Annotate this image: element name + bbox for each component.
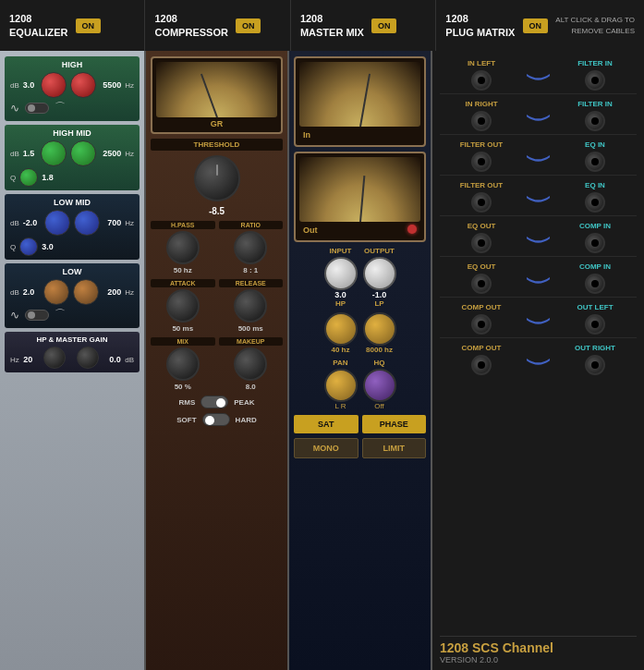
eq-lowmid-db-knob[interactable] bbox=[44, 210, 70, 236]
eq-lowmid-q-knob[interactable] bbox=[19, 238, 38, 256]
hard-label: HARD bbox=[236, 416, 257, 424]
matrix-row-1: IN RIGHT FILTER IN bbox=[440, 97, 637, 135]
socket-filter-out-0[interactable] bbox=[471, 152, 492, 172]
jack-comp-out-0: COMP OUT bbox=[440, 303, 523, 335]
socket-eq-in-0[interactable] bbox=[585, 152, 605, 172]
main-row: HIGH dB 3.0 5500 Hz ∿ ⌒ bbox=[0, 51, 644, 670]
header-row: 1208 EQUALIZER ON 1208 COMPRESSOR ON 120… bbox=[0, 0, 644, 51]
socket-filter-in-0[interactable] bbox=[585, 70, 605, 91]
makeup-knob[interactable] bbox=[234, 347, 267, 381]
socket-filter-out-1[interactable] bbox=[471, 192, 492, 213]
hp-freq-knob[interactable] bbox=[324, 312, 358, 346]
cable-4 bbox=[527, 229, 550, 246]
eq-high-label: HIGH bbox=[10, 60, 134, 69]
limit-button[interactable]: LIMIT bbox=[362, 438, 427, 458]
eq-high-freq-knob[interactable] bbox=[70, 72, 96, 98]
cable-5 bbox=[527, 270, 550, 286]
socket-comp-in-1[interactable] bbox=[585, 274, 605, 294]
matrix-on-button[interactable]: ON bbox=[523, 18, 549, 33]
socket-out-left[interactable] bbox=[585, 314, 605, 335]
output-value: -1.0 bbox=[363, 290, 396, 299]
eq-highmid-q-knob[interactable] bbox=[19, 168, 38, 187]
eq-lowmid-q: 3.0 bbox=[42, 242, 54, 251]
header-eq: 1208 EQUALIZER ON bbox=[0, 0, 145, 51]
eq-low-freq-knob[interactable] bbox=[73, 279, 99, 305]
header-matrix: 1208 PLUG MATRIX ON ALT CLICK & DRAG TOR… bbox=[436, 0, 644, 51]
hq-knob[interactable] bbox=[363, 369, 396, 402]
socket-comp-in-0[interactable] bbox=[585, 233, 605, 253]
jack-filter-in-1: FILTER IN bbox=[553, 100, 637, 131]
eq-title: 1208 EQUALIZER bbox=[9, 12, 68, 39]
input-control: INPUT 3.0 HP bbox=[324, 247, 358, 308]
jack-out-left: OUT LEFT bbox=[553, 303, 637, 335]
lp-freq-knob[interactable] bbox=[363, 312, 396, 346]
hp-freq-knob[interactable] bbox=[43, 347, 66, 369]
eq-on-button[interactable]: ON bbox=[76, 18, 102, 33]
rms-label: RMS bbox=[178, 398, 195, 407]
hp-freq-control: 40 hz bbox=[324, 312, 358, 354]
low-curve-shelf-icon: ⌒ bbox=[55, 307, 66, 323]
master-gain-knob[interactable] bbox=[77, 347, 99, 369]
eq-low-shelf-toggle[interactable] bbox=[25, 310, 49, 321]
input-knob[interactable] bbox=[324, 257, 358, 290]
rms-peak-toggle[interactable] bbox=[200, 396, 228, 408]
eq-low-label: LOW bbox=[10, 267, 134, 276]
release-knob[interactable] bbox=[234, 289, 267, 323]
socket-comp-out-0[interactable] bbox=[471, 314, 492, 335]
header-mix: 1208 MASTER MIX ON bbox=[291, 0, 436, 51]
matrix-row-7: COMP OUT OUT RIGHT bbox=[440, 341, 637, 378]
eq-highmid-q: 1.8 bbox=[42, 173, 54, 182]
sat-button[interactable]: SAT bbox=[294, 415, 358, 433]
eq-highmid-freq-knob[interactable] bbox=[70, 140, 96, 166]
matrix-panel: IN LEFT FILTER IN IN RIGHT bbox=[432, 51, 644, 670]
socket-in-right[interactable] bbox=[471, 111, 492, 131]
eq-lowmid-freq-knob[interactable] bbox=[74, 210, 100, 236]
attack-knob[interactable] bbox=[166, 289, 200, 323]
input-label: INPUT bbox=[324, 247, 358, 255]
socket-eq-out-1[interactable] bbox=[471, 274, 492, 294]
comp-on-button[interactable]: ON bbox=[236, 18, 261, 33]
hp-master-band: HP & MASTER GAIN Hz 20 0.0 dB bbox=[5, 332, 140, 372]
eq-low-db-knob[interactable] bbox=[43, 279, 69, 305]
socket-filter-in-1[interactable] bbox=[585, 111, 605, 131]
cable-2 bbox=[527, 148, 550, 164]
mix-on-button[interactable]: ON bbox=[371, 18, 397, 33]
hpass-control: H.PASS 50 hz bbox=[151, 221, 215, 274]
eq-highmid-db-knob[interactable] bbox=[41, 140, 67, 166]
socket-in-left[interactable] bbox=[471, 70, 492, 91]
jack-filter-out-0: FILTER OUT bbox=[440, 140, 523, 172]
mix-panel: In Out INPUT 3.0 HP OUTPUT - bbox=[289, 51, 432, 670]
lp-label: LP bbox=[363, 299, 396, 308]
cable-3 bbox=[527, 189, 550, 205]
socket-out-right[interactable] bbox=[585, 355, 605, 375]
eq-high-db-knob[interactable] bbox=[41, 72, 67, 98]
jack-eq-out-0: EQ OUT bbox=[440, 222, 523, 253]
threshold-knob[interactable] bbox=[194, 155, 240, 201]
socket-comp-out-1[interactable] bbox=[471, 355, 492, 375]
hp-hz-value: 20 bbox=[23, 355, 32, 364]
eq-highmid-band: HIGH MID dB 1.5 2500 Hz Q 1.8 bbox=[5, 125, 140, 190]
eq-highmid-db: 1.5 bbox=[23, 149, 35, 158]
eq-lowmid-freq: 700 bbox=[107, 218, 121, 227]
eq-high-db: 3.0 bbox=[23, 80, 35, 90]
release-label: RELEASE bbox=[219, 279, 284, 287]
cable-0 bbox=[527, 67, 550, 83]
socket-eq-in-1[interactable] bbox=[585, 192, 605, 213]
soft-hard-toggle[interactable] bbox=[202, 413, 230, 426]
curve-bell-icon: ∿ bbox=[10, 102, 19, 115]
matrix-row-2: FILTER OUT EQ IN bbox=[440, 138, 637, 176]
phase-button[interactable]: PHASE bbox=[362, 415, 427, 433]
soft-label: SOFT bbox=[176, 416, 196, 424]
socket-eq-out-0[interactable] bbox=[471, 233, 492, 253]
mix-knob[interactable] bbox=[166, 347, 200, 381]
ratio-knob[interactable] bbox=[234, 231, 267, 264]
hp-master-label: HP & MASTER GAIN bbox=[10, 335, 134, 344]
pan-knob[interactable] bbox=[324, 369, 358, 402]
out-meter-box: Out bbox=[294, 152, 426, 242]
eq-high-shelf-toggle[interactable] bbox=[25, 103, 49, 114]
jack-out-right: OUT RIGHT bbox=[553, 344, 637, 375]
mono-button[interactable]: MONO bbox=[294, 438, 358, 458]
hpass-knob[interactable] bbox=[166, 231, 200, 264]
master-db-value: 0.0 bbox=[109, 355, 121, 364]
output-knob[interactable] bbox=[363, 257, 396, 290]
